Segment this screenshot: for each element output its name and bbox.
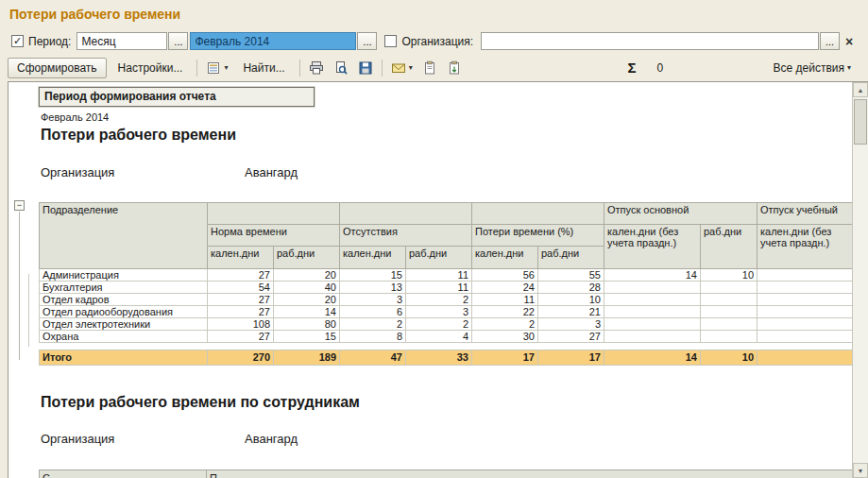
employee-table-header-clipped: С П [39, 469, 852, 478]
row-value: 27 [208, 306, 274, 318]
row-value: 54 [208, 282, 274, 294]
period-value-text: Февраль 2014 [195, 35, 269, 48]
row-value [604, 306, 701, 318]
row-department: Отдел кадров [40, 294, 208, 306]
row-value: 22 [472, 306, 538, 318]
spacer-row [40, 343, 853, 350]
generate-label: Сформировать [17, 61, 97, 75]
header-empty [340, 203, 472, 225]
header-cal-days: кален.дни [208, 247, 274, 269]
period-checkbox[interactable]: ✓ Период: [11, 35, 71, 48]
save-button[interactable] [354, 58, 377, 78]
row-value [757, 318, 852, 331]
report-table-rows: Администрация2720151156551410Бухгалтерия… [40, 269, 853, 366]
row-department: Охрана [40, 331, 208, 343]
row-value: 6 [340, 306, 406, 318]
row-value: 10 [538, 294, 604, 306]
organization-clear-button[interactable]: × [840, 32, 859, 50]
find-label: Найти... [243, 61, 284, 75]
print-icon [309, 60, 324, 76]
organization-caption: Организация [41, 165, 114, 179]
organization-input[interactable] [481, 32, 819, 50]
generate-button[interactable]: Сформировать [8, 58, 107, 78]
clipboard-arrow-icon [447, 60, 462, 76]
scroll-up-button[interactable]: ▲ [853, 82, 868, 97]
send-mail-button[interactable]: ▾ [387, 58, 417, 78]
chevron-down-icon: ▾ [847, 63, 851, 72]
row-value: 27 [208, 269, 274, 282]
scrollbar-thumb[interactable] [854, 99, 867, 145]
period-checkbox-box[interactable]: ✓ [11, 35, 24, 47]
report-variant-button[interactable]: ▾ [202, 58, 231, 78]
table-row: Администрация2720151156551410 [40, 269, 853, 282]
check-icon: ✓ [13, 36, 22, 46]
table-row: Отдел электротехники108802223 [40, 318, 853, 331]
table-row: Отдел радиооборудования2714632221 [40, 306, 853, 318]
collapse-group-button[interactable]: − [14, 200, 25, 211]
row-department: Отдел радиооборудования [40, 306, 208, 318]
organization-caption: Организация [41, 432, 114, 446]
row-value: 11 [406, 282, 472, 294]
organization-checkbox[interactable]: Организация: [384, 35, 473, 48]
find-button[interactable]: Найти... [233, 58, 294, 78]
row-value: 15 [274, 331, 340, 343]
row-department: Бухгалтерия [40, 282, 208, 294]
save-values-button[interactable] [418, 58, 441, 78]
row-value: 24 [472, 282, 538, 294]
total-value: 47 [340, 350, 406, 366]
row-value [701, 318, 757, 331]
print-preview-button[interactable] [330, 58, 352, 78]
header-vac-work-days: раб.дни [701, 225, 757, 269]
total-value: 189 [274, 350, 340, 366]
organization-name: Авангард [245, 432, 298, 446]
header-empty [472, 203, 604, 225]
total-label: Итого [40, 350, 208, 366]
period-kind-input[interactable]: Месяц [77, 32, 167, 50]
sum-button[interactable]: Σ [623, 58, 639, 78]
row-value [757, 294, 852, 306]
period-value-select-button[interactable]: ... [357, 32, 377, 50]
header-absence: Отсутствия [340, 225, 472, 247]
row-value: 15 [340, 269, 406, 282]
row-value: 108 [208, 318, 274, 331]
toolbar: Сформировать Настройки... ▾ Найти... ▾ [0, 54, 868, 81]
total-value: 17 [538, 350, 604, 366]
report-period-value: Февраль 2014 [41, 111, 109, 123]
all-actions-label: Все действия [774, 61, 844, 75]
header-empty [208, 203, 340, 225]
row-value: 2 [472, 318, 538, 331]
table-row: Отдел кадров2720321110 [40, 294, 853, 306]
all-actions-button[interactable]: Все действия ▾ [764, 58, 860, 78]
organization-select-button[interactable]: ... [820, 32, 840, 50]
vertical-scrollbar[interactable]: ▲ ▼ [852, 82, 868, 478]
period-label: Период: [28, 35, 71, 48]
row-value: 11 [472, 294, 538, 306]
report-heading: Потери рабочего времени [41, 127, 236, 144]
period-caption-cell[interactable]: Период формирования отчета [39, 87, 315, 107]
total-value: 17 [472, 350, 538, 366]
row-value: 27 [208, 331, 274, 343]
total-value: 10 [701, 350, 757, 366]
header-work-days: раб.дни [406, 247, 472, 269]
scroll-down-button[interactable]: ▼ [853, 463, 868, 478]
row-value: 3 [340, 294, 406, 306]
table-row: Охрана2715843027 [40, 331, 853, 343]
sigma-icon: Σ [627, 60, 636, 76]
row-value: 10 [701, 269, 757, 282]
period-kind-select-button[interactable]: ... [168, 32, 188, 50]
row-value [701, 294, 757, 306]
print-button[interactable] [305, 58, 328, 78]
period-value-input[interactable]: Февраль 2014 [190, 32, 356, 50]
organization-checkbox-box[interactable] [384, 35, 397, 47]
report-area: Период формирования отчета Февраль 2014 … [8, 81, 868, 478]
header-work-days: раб.дни [274, 247, 340, 269]
restore-values-button[interactable] [443, 58, 466, 78]
row-value [604, 331, 701, 343]
chevron-down-icon: ▾ [224, 63, 228, 72]
row-value: 14 [604, 269, 701, 282]
report-heading: Потери рабочего времени по сотрудникам [41, 394, 360, 411]
settings-button[interactable]: Настройки... [109, 58, 193, 78]
header-vacation-main: Отпуск основной [604, 203, 757, 225]
header-work-days: раб.дни [538, 247, 604, 269]
row-value [604, 282, 701, 294]
